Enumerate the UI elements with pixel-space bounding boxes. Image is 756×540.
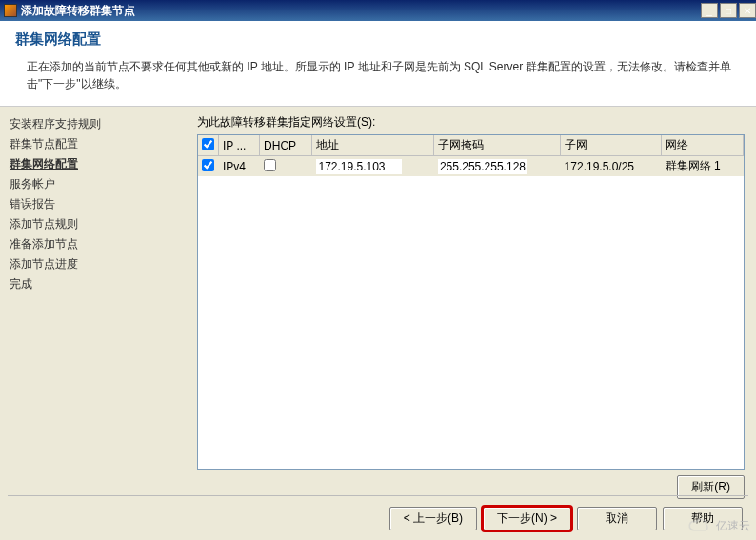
dhcp-checkbox[interactable] [264,159,276,171]
window-controls: _ □ ✕ [699,3,756,18]
cell-network: 群集网络 1 [661,156,743,177]
cell-subnet: 172.19.5.0/25 [560,156,661,177]
col-check[interactable] [198,135,219,156]
cancel-button[interactable]: 取消 [577,507,657,530]
sidebar: 安装程序支持规则 群集节点配置 群集网络配置 服务帐户 错误报告 添加节点规则 … [0,107,195,507]
body: 安装程序支持规则 群集节点配置 群集网络配置 服务帐户 错误报告 添加节点规则 … [0,107,756,507]
col-mask[interactable]: 子网掩码 [433,135,560,156]
sidebar-item-prepare-add-node[interactable]: 准备添加节点 [6,234,189,254]
sidebar-item-add-node-rules[interactable]: 添加节点规则 [6,214,189,234]
col-subnet[interactable]: 子网 [560,135,661,156]
sidebar-item-complete[interactable]: 完成 [6,274,189,294]
addr-value: 172.19.5.103 [316,159,402,174]
sidebar-item-install-rules[interactable]: 安装程序支持规则 [6,114,189,134]
cell-dhcp[interactable] [260,156,312,177]
table-header-row: IP ... DHCP 地址 子网掩码 子网 网络 [198,135,744,156]
titlebar: 添加故障转移群集节点 _ □ ✕ [0,0,756,21]
sidebar-item-service-account[interactable]: 服务帐户 [6,174,189,194]
header: 群集网络配置 正在添加的当前节点不要求任何其他或新的 IP 地址。所显示的 IP… [0,21,756,107]
col-dhcp[interactable]: DHCP [260,135,312,156]
grid-label: 为此故障转移群集指定网络设置(S): [197,114,745,130]
minimize-button[interactable]: _ [701,3,718,18]
sidebar-item-network-config[interactable]: 群集网络配置 [6,154,189,174]
sidebar-item-node-config[interactable]: 群集节点配置 [6,134,189,154]
header-checkbox[interactable] [202,138,214,150]
close-button[interactable]: ✕ [739,3,756,18]
col-network[interactable]: 网络 [661,135,743,156]
window-title: 添加故障转移群集节点 [21,3,699,19]
next-button[interactable]: 下一步(N) > [483,507,571,530]
cell-ip: IPv4 [219,156,260,177]
help-button[interactable]: 帮助 [663,507,743,530]
window-icon [4,4,17,17]
back-button[interactable]: < 上一步(B) [389,507,477,530]
sidebar-item-add-node-progress[interactable]: 添加节点进度 [6,254,189,274]
col-addr[interactable]: 地址 [312,135,433,156]
cell-check[interactable] [198,156,219,177]
page-title: 群集网络配置 [15,30,741,49]
network-grid: IP ... DHCP 地址 子网掩码 子网 网络 IPv4 172.19.5.… [197,134,745,470]
sidebar-item-error-report[interactable]: 错误报告 [6,194,189,214]
footer-separator [8,495,748,496]
table-row[interactable]: IPv4 172.19.5.103 255.255.255.128 172.19… [198,156,744,177]
main-panel: 为此故障转移群集指定网络设置(S): IP ... DHCP 地址 子网掩码 子… [195,107,756,507]
cell-addr: 172.19.5.103 [312,156,433,177]
col-ip[interactable]: IP ... [219,135,260,156]
footer: < 上一步(B) 下一步(N) > 取消 帮助 [389,507,743,530]
cell-mask: 255.255.255.128 [433,156,560,177]
page-description: 正在添加的当前节点不要求任何其他或新的 IP 地址。所显示的 IP 地址和子网是… [15,58,741,92]
maximize-button[interactable]: □ [720,3,737,18]
row-checkbox[interactable] [202,159,214,171]
mask-value: 255.255.255.128 [438,159,527,174]
